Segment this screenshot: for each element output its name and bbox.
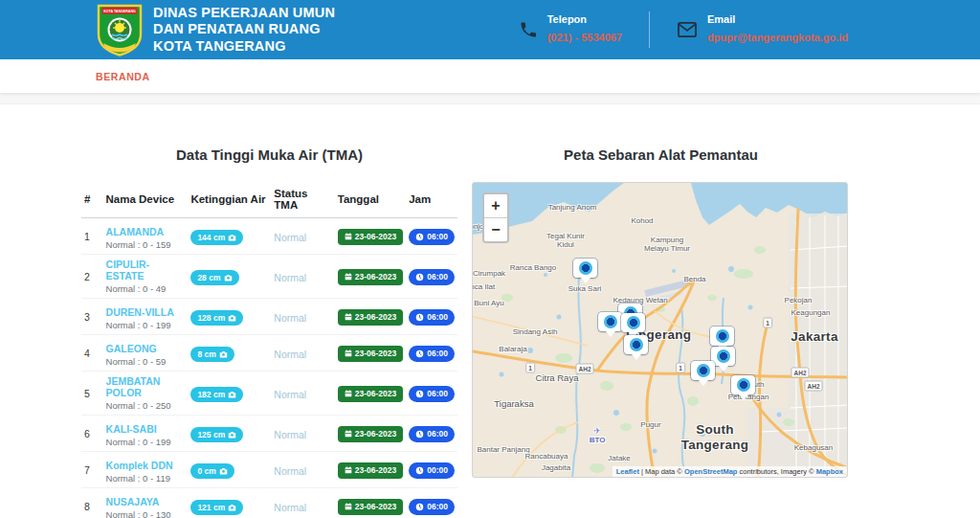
mapbox-link[interactable]: Mapbox: [816, 467, 843, 476]
device-range: Normal : 0 - 119: [106, 473, 186, 484]
zoom-out-button[interactable]: −: [484, 218, 507, 241]
row-number: 7: [81, 452, 103, 488]
device-link[interactable]: ALAMANDA: [106, 226, 165, 237]
water-level-badge[interactable]: 182 cm: [190, 387, 243, 403]
device-range: Normal : 0 - 159: [106, 239, 186, 250]
calendar-icon: [345, 233, 352, 240]
clock-icon: [415, 390, 424, 398]
time-badge: 06:00: [409, 229, 455, 245]
email-value[interactable]: dpupr@tangerangkota.go.id: [707, 32, 848, 43]
water-level-badge[interactable]: 0 cm: [190, 463, 234, 480]
time-badge: 06:00: [409, 386, 455, 402]
marker-dot: [627, 316, 640, 329]
row-number: 3: [81, 299, 103, 335]
table-row: 6KALI-SABINormal : 0 - 199125 cmNormal23…: [81, 416, 457, 452]
clock-icon: [415, 273, 424, 282]
leaflet-link[interactable]: Leaflet: [616, 467, 639, 476]
device-link[interactable]: NUSAJAYA: [106, 496, 160, 507]
device-marker[interactable]: [691, 361, 715, 380]
device-link[interactable]: JEMBATAN POLOR: [106, 375, 186, 398]
map-zoom-control: + −: [482, 192, 509, 243]
marker-dot: [579, 261, 592, 275]
table-header-row: # Nama Device Ketinggian Air Status TMA …: [81, 182, 457, 218]
row-number: 4: [81, 335, 103, 372]
zoom-in-button[interactable]: +: [484, 194, 507, 217]
phone-icon: [519, 20, 538, 39]
row-number: 2: [81, 255, 103, 299]
device-link[interactable]: GALEONG: [106, 343, 157, 354]
site-title-line2: DAN PENATAAN RUANG: [153, 21, 335, 37]
camera-icon: [219, 467, 228, 475]
water-level-badge[interactable]: 128 cm: [190, 310, 243, 327]
openstreetmap-link[interactable]: OpenStreetMap: [684, 467, 737, 476]
phone-block: Telepon (021) - 5534067: [519, 13, 622, 46]
camera-icon: [228, 234, 236, 241]
col-number: #: [81, 182, 103, 218]
water-level-badge[interactable]: 121 cm: [190, 500, 243, 516]
status-text: Normal: [274, 349, 306, 360]
water-level-badge[interactable]: 8 cm: [190, 347, 234, 363]
clock-icon: [415, 233, 424, 241]
water-level-badge[interactable]: 28 cm: [190, 270, 238, 286]
device-range: Normal : 0 - 130: [106, 509, 186, 518]
kota-tangerang-logo: KOTA TANGERANG: [96, 3, 144, 56]
road-shield: 1: [763, 318, 772, 328]
device-marker[interactable]: [710, 327, 734, 346]
attribution-text: contributors, Imagery ©: [737, 467, 815, 476]
brand: KOTA TANGERANG DINAS PEKERJAAN UMUN DAN …: [96, 3, 335, 56]
tma-table-body: 1ALAMANDANormal : 0 - 159144 cmNormal23-…: [81, 218, 457, 518]
device-link[interactable]: KALI-SABI: [106, 423, 157, 435]
time-badge: 06:00: [409, 346, 455, 362]
col-ketinggian-air: Ketinggian Air: [188, 182, 271, 218]
device-marker[interactable]: [624, 335, 648, 354]
row-number: 8: [81, 488, 103, 518]
device-link[interactable]: DUREN-VILLA: [106, 306, 174, 318]
date-badge: 23-06-2023: [338, 499, 403, 515]
date-badge: 23-06-2023: [338, 462, 403, 479]
time-badge: 06:00: [409, 499, 455, 515]
device-marker[interactable]: [598, 312, 622, 331]
device-marker[interactable]: [573, 259, 597, 278]
header-contact: Telepon (021) - 5534067 Email dpupr@tang…: [519, 11, 848, 48]
road-shield: AH2: [804, 381, 822, 392]
table-row: 3DUREN-VILLANormal : 0 - 199128 cmNormal…: [81, 299, 457, 335]
water-level-badge[interactable]: 125 cm: [190, 427, 243, 443]
device-range: Normal : 0 - 59: [106, 356, 186, 367]
clock-icon: [415, 430, 424, 439]
main-content: Data Tinggi Muka Air (TMA) # Nama Device…: [0, 104, 980, 518]
col-status-tma: Status TMA: [271, 182, 334, 218]
status-text: Normal: [274, 465, 306, 477]
col-nama-device: Nama Device: [103, 182, 189, 218]
row-number: 6: [81, 416, 103, 452]
date-badge: 23-06-2023: [338, 269, 403, 285]
date-badge: 23-06-2023: [338, 229, 403, 245]
date-badge: 23-06-2023: [338, 309, 403, 326]
device-range: Normal : 0 - 250: [106, 400, 186, 411]
status-text: Normal: [274, 389, 306, 400]
top-header: KOTA TANGERANG DINAS PEKERJAAN UMUN DAN …: [0, 0, 980, 59]
device-marker[interactable]: [731, 375, 755, 394]
clock-icon: [415, 466, 424, 475]
marker-dot: [737, 378, 750, 392]
status-text: Normal: [274, 232, 306, 243]
device-range: Normal : 0 - 49: [106, 283, 186, 294]
nav-item-beranda[interactable]: BERANDA: [96, 71, 150, 82]
time-badge: 00:00: [409, 462, 455, 479]
attribution-text: | Map data ©: [639, 467, 684, 476]
device-link[interactable]: Komplek DDN: [106, 460, 173, 471]
device-marker[interactable]: [621, 313, 645, 332]
camera-icon: [228, 391, 236, 398]
table-row: 5JEMBATAN POLORNormal : 0 - 250182 cmNor…: [81, 372, 457, 416]
camera-icon: [219, 350, 228, 358]
device-link[interactable]: CIPULIR-ESTATE: [106, 259, 186, 282]
table-row: 8NUSAJAYANormal : 0 - 130121 cmNormal23-…: [81, 488, 457, 518]
tma-title: Data Tinggi Muka Air (TMA): [81, 146, 457, 163]
camera-icon: [228, 504, 236, 511]
navbar: BERANDA: [0, 59, 980, 93]
status-text: Normal: [274, 312, 306, 324]
monitoring-map[interactable]: Tanjung AnomKohodonjoTegal Kunir KidulKa…: [472, 182, 848, 478]
phone-value[interactable]: (021) - 5534067: [547, 32, 622, 43]
water-level-badge[interactable]: 144 cm: [190, 230, 243, 246]
calendar-icon: [345, 503, 352, 510]
col-jam: Jam: [406, 182, 457, 218]
